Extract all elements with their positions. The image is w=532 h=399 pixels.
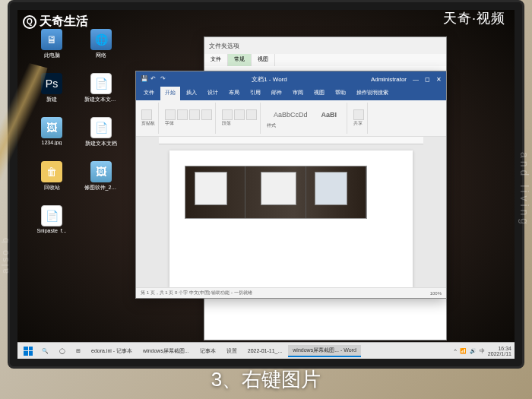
document-page[interactable] [169,150,413,287]
word-title: 文档1 - Word [252,75,287,84]
bold-button[interactable] [165,109,176,120]
quick-access: 💾 ↶ ↷ [141,75,168,83]
tab-view[interactable]: 视图 [252,54,275,66]
status-page[interactable]: 第 1 页，共 1 页 0 个字 中文(中国) 辅助功能：一切就绪 [141,290,252,296]
tabs: 文件 常规 视图 [204,54,446,66]
monitor-frame: 🖥此电脑 🌐网络 Ps新建 📄新建文本文档.txt 🖼1234.jpg 📄新建文… [8,0,524,369]
inserted-image[interactable] [185,166,367,219]
menu-help[interactable]: 帮助 [331,87,350,100]
desktop-icon-txt1[interactable]: 📄新建文本文档.txt [86,73,116,103]
style-heading[interactable]: AaBI [315,107,344,122]
word-titlebar[interactable]: 💾 ↶ ↷ 文档1 - Word Administrator — ◻ ✕ [136,71,446,87]
desktop-icon-edit[interactable]: 🖼修图软件_20220111... [86,161,116,192]
desktop-icon-snip[interactable]: 📄Snipaste_f... [36,205,67,233]
menu-tellme[interactable]: 操作说明搜索 [352,87,393,100]
user-name[interactable]: Administrator [371,76,407,83]
taskbar-cortana[interactable]: ◯ [55,347,70,356]
taskbar-notepad1[interactable]: edora.ini - 记事本 [87,346,137,356]
menu-view[interactable]: 视图 [309,87,329,100]
menu-design[interactable]: 设计 [203,87,223,100]
minimize-icon[interactable]: — [413,76,419,83]
ribbon-paragraph: 段落 [219,103,261,134]
menu-home[interactable]: 开始 [160,87,180,100]
taskbar-word[interactable]: windows屏幕截图... - Word [288,345,361,357]
menu-ref[interactable]: 引用 [245,87,265,100]
ribbon-share: 共享 [350,103,368,134]
ruler[interactable] [159,137,423,144]
ribbon: 剪贴板 字体 段落 [136,100,446,137]
underline-button[interactable] [189,109,200,120]
watermark-top-left: Q 天奇生活 [23,14,88,30]
undo-icon[interactable]: ↶ [150,75,158,83]
system-tray: ^ 📶 🔊 中 16:34 2022/1/11 [454,346,511,356]
frame-decor-left: also b [0,236,11,274]
word-window[interactable]: 💾 ↶ ↷ 文档1 - Word Administrator — ◻ ✕ 文件 … [135,71,447,299]
align-center-button[interactable] [234,109,245,120]
menu-layout[interactable]: 布局 [224,87,244,100]
taskbar-snip[interactable]: windows屏幕截图... [138,346,194,356]
ribbon-clipboard: 剪贴板 [138,103,159,134]
clock-date[interactable]: 2022/1/11 [488,351,511,356]
word-menu: 文件 开始 插入 设计 布局 引用 邮件 审阅 视图 帮助 操作说明搜索 [136,87,446,100]
windows-logo-icon [24,347,33,356]
status-zoom[interactable]: 100% [430,291,442,296]
save-icon[interactable]: 💾 [141,75,148,83]
maximize-icon[interactable]: ◻ [425,76,430,83]
desktop-icon-jpg[interactable]: 🖼1234.jpg [36,117,67,147]
start-button[interactable] [21,344,36,358]
desktop-icon-txt2[interactable]: 📄新建文本文档 [86,117,116,147]
desktop-icon-network[interactable]: 🌐网络 [86,29,116,59]
taskbar-notepad2[interactable]: 记事本 [195,346,220,356]
desktop-screen: 🖥此电脑 🌐网络 Ps新建 📄新建文本文档.txt 🖼1234.jpg 📄新建文… [17,10,515,359]
tab-general[interactable]: 常规 [228,54,252,66]
tray-ime-icon[interactable]: 中 [480,347,485,355]
italic-button[interactable] [177,109,188,120]
taskbar-settings[interactable]: 设置 [222,346,242,356]
desktop-icon-pc[interactable]: 🖥此电脑 [36,29,67,59]
tray-network-icon[interactable]: 📶 [460,348,467,354]
tray-chevron-icon[interactable]: ^ [454,348,457,353]
video-caption: 3、右键图片 [0,366,532,393]
share-button[interactable] [353,109,364,120]
word-statusbar: 第 1 页，共 1 页 0 个字 中文(中国) 辅助功能：一切就绪 100% [136,287,446,298]
desktop-icons: 🖥此电脑 🌐网络 Ps新建 📄新建文本文档.txt 🖼1234.jpg 📄新建文… [36,29,116,233]
menu-mail[interactable]: 邮件 [267,87,287,100]
menu-file[interactable]: 文件 [139,87,159,100]
window-title[interactable]: 文件夹选项 [204,37,446,54]
ribbon-font: 字体 [162,103,216,134]
close-icon[interactable]: ✕ [436,76,442,83]
watermark-logo-icon: Q [23,15,36,29]
style-normal[interactable]: AaBbCcDd [267,107,315,122]
taskbar-image[interactable]: 2022-01-11_... [243,347,287,355]
paste-button[interactable] [141,109,152,120]
bullets-button[interactable] [246,109,257,120]
taskbar: 🔍 ◯ ⊞ edora.ini - 记事本 windows屏幕截图... 记事本… [17,342,515,359]
align-left-button[interactable] [222,109,233,120]
watermark-top-right: 天奇·视频 [443,9,505,27]
frame-decor-right: and living [518,152,530,227]
menu-review[interactable]: 审阅 [288,87,308,100]
ribbon-styles: AaBbCcDd AaBI 样式 [264,103,347,134]
taskbar-taskview[interactable]: ⊞ [71,347,85,356]
desktop-icon-recycle[interactable]: 🗑回收站 [36,161,67,192]
menu-insert[interactable]: 插入 [182,87,201,100]
document-area[interactable] [136,137,446,287]
clock-time[interactable]: 16:34 [488,346,511,351]
redo-icon[interactable]: ↷ [160,75,168,83]
taskbar-search[interactable]: 🔍 [37,347,53,356]
tab-file[interactable]: 文件 [204,54,228,66]
tray-volume-icon[interactable]: 🔊 [470,348,477,354]
font-color-button[interactable] [201,109,212,120]
